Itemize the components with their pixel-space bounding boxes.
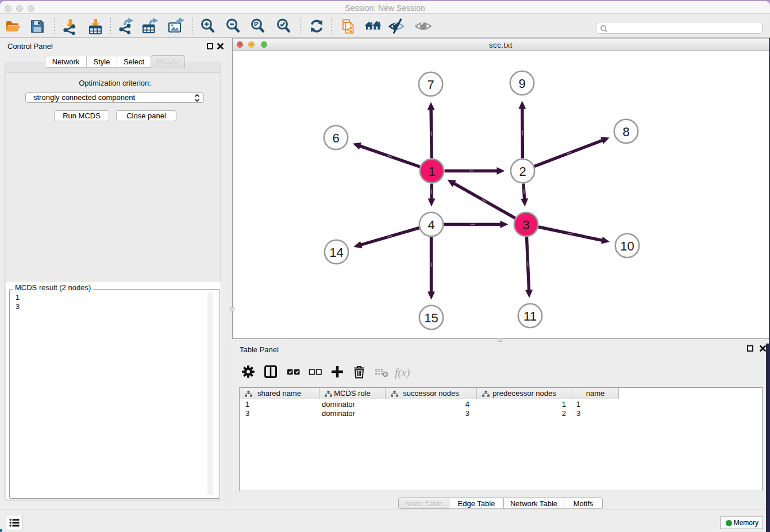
svg-text:7: 7 — [427, 78, 434, 92]
svg-text:10: 10 — [620, 239, 634, 253]
svg-text:8: 8 — [622, 125, 629, 139]
svg-text:3: 3 — [522, 218, 529, 232]
svg-text:15: 15 — [424, 311, 438, 325]
svg-text:9: 9 — [518, 76, 525, 91]
svg-text:4: 4 — [428, 218, 434, 232]
svg-text:1: 1 — [428, 164, 435, 179]
svg-text:2: 2 — [519, 164, 526, 179]
svg-text:14: 14 — [329, 245, 343, 260]
svg-text:6: 6 — [332, 131, 339, 145]
svg-text:11: 11 — [523, 309, 537, 323]
